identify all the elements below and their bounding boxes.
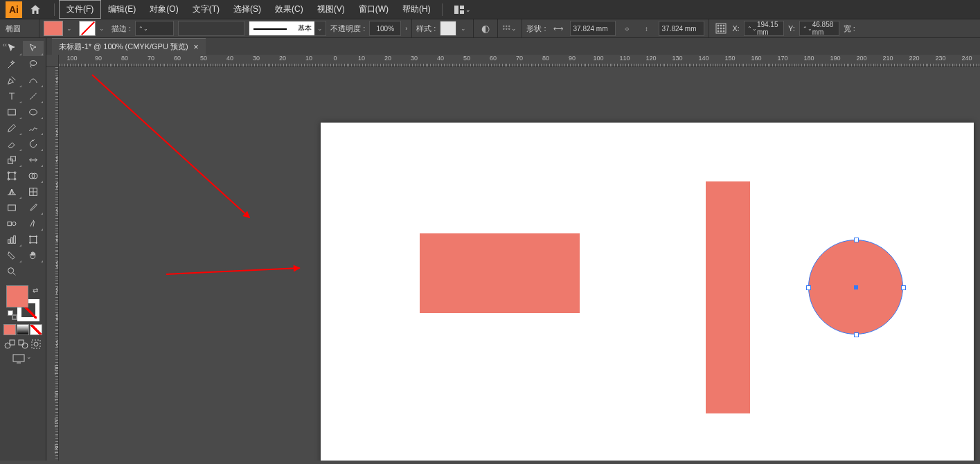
screen-mode-row[interactable]: ⌄	[1, 353, 44, 364]
default-fill-stroke-icon[interactable]	[8, 310, 17, 320]
align-icon[interactable]: ⌄	[502, 21, 517, 36]
curvature-tool[interactable]	[23, 73, 44, 88]
menu-file[interactable]: 文件(F)	[59, 0, 101, 19]
transform-reference-icon[interactable]	[713, 21, 729, 36]
column-graph-tool[interactable]	[1, 232, 22, 247]
selection-center[interactable]	[854, 285, 858, 289]
color-mode-solid[interactable]	[3, 324, 16, 335]
menu-view[interactable]: 视图(V)	[310, 1, 352, 18]
magic-wand-tool[interactable]	[1, 57, 22, 72]
workspace-switcher[interactable]: ⌄	[452, 6, 473, 14]
opacity-label[interactable]: 不透明度 :	[330, 24, 365, 34]
fill-swatch[interactable]	[44, 21, 63, 36]
recolor-icon[interactable]: ◐	[478, 21, 493, 36]
symbol-sprayer-tool[interactable]	[23, 216, 44, 231]
app-logo: Ai	[6, 1, 22, 18]
shape-builder-tool[interactable]	[23, 168, 44, 184]
ellipse-tool[interactable]	[23, 105, 44, 120]
selection-handle[interactable]	[854, 238, 859, 242]
ruler-tick: 70	[506, 55, 533, 67]
svg-point-43	[22, 343, 28, 348]
scale-tool[interactable]	[1, 152, 22, 168]
ruler-origin[interactable]	[46, 55, 59, 67]
color-mode-none[interactable]	[30, 324, 42, 335]
selection-tool[interactable]	[1, 41, 22, 56]
line-tool[interactable]	[23, 89, 44, 104]
menu-edit[interactable]: 编辑(E)	[101, 1, 143, 18]
menu-effect[interactable]: 效果(C)	[268, 1, 310, 18]
ruler-tick: 210	[875, 55, 901, 67]
y-input[interactable]: ⌃⌄46.858 mm	[799, 21, 839, 36]
shaper-tool[interactable]	[23, 121, 44, 136]
pen-tool[interactable]	[1, 73, 22, 88]
rectangle-shape-2[interactable]	[706, 181, 750, 413]
type-tool[interactable]	[1, 89, 22, 104]
x-input[interactable]: ⌃⌄194.15 mm	[744, 21, 784, 36]
stroke-control[interactable]: ⌄	[79, 21, 107, 36]
lasso-tool[interactable]	[23, 57, 44, 72]
paintbrush-tool[interactable]	[1, 121, 22, 136]
blend-tool[interactable]	[1, 216, 22, 231]
shape-label[interactable]: 形状 :	[526, 24, 546, 34]
zoom-tool[interactable]	[1, 264, 22, 279]
ruler-tick: 90	[85, 55, 112, 67]
style-label[interactable]: 样式 :	[416, 24, 436, 34]
rotate-tool[interactable]	[23, 136, 44, 152]
rectangle-tool[interactable]	[1, 105, 22, 120]
active-tool-label: 椭圆	[6, 24, 35, 34]
eyedropper-tool[interactable]	[23, 200, 44, 215]
menu-object[interactable]: 对象(O)	[143, 1, 185, 18]
vertical-ruler[interactable]: 100102030405060708090100110120130	[46, 67, 59, 461]
slice-tool[interactable]	[1, 248, 22, 263]
stroke-swatch[interactable]	[79, 21, 96, 36]
shape-width-input[interactable]: 37.824 mm	[570, 21, 616, 36]
annotation-arrow-1	[91, 74, 249, 217]
menu-type[interactable]: 文字(T)	[186, 1, 226, 18]
svg-point-5	[509, 26, 510, 27]
perspective-grid-tool[interactable]	[1, 184, 22, 199]
menu-help[interactable]: 帮助(H)	[395, 1, 438, 18]
canvas-viewport[interactable]	[59, 67, 980, 461]
svg-rect-24	[8, 172, 15, 179]
menu-select[interactable]: 选择(S)	[226, 1, 268, 18]
opacity-input[interactable]: 100%	[369, 21, 401, 36]
ruler-tick: 10	[46, 120, 59, 146]
hand-tool[interactable]	[23, 248, 44, 263]
shape-height-input[interactable]: 37.824 mm	[659, 21, 704, 36]
stroke-dash-dropdown[interactable]	[178, 21, 244, 36]
stroke-profile-dropdown[interactable]: 基本 ⌄	[249, 21, 326, 36]
width-tool[interactable]	[23, 152, 44, 168]
graphic-style-dropdown[interactable]	[440, 21, 456, 36]
home-icon[interactable]	[28, 2, 43, 17]
color-mode-gradient[interactable]	[17, 324, 29, 335]
fill-box[interactable]	[6, 285, 28, 307]
mesh-tool[interactable]	[23, 184, 44, 199]
draw-behind-icon[interactable]	[17, 338, 29, 350]
draw-normal-icon[interactable]	[3, 338, 16, 350]
ruler-tick: 40	[46, 199, 59, 225]
stroke-label[interactable]: 描边 :	[112, 24, 131, 34]
svg-rect-41	[10, 340, 15, 345]
fill-stroke-swatches[interactable]: ⇄	[6, 285, 39, 321]
ruler-tick: 240	[954, 55, 980, 67]
fill-control[interactable]: ⌄	[44, 21, 75, 36]
swap-fill-stroke-icon[interactable]: ⇄	[33, 287, 38, 294]
stroke-weight-input[interactable]: ⌃⌄	[135, 21, 174, 36]
direct-selection-tool[interactable]	[23, 41, 44, 56]
selection-handle[interactable]	[806, 285, 811, 290]
document-tab[interactable]: 未标题-1* @ 100% (CMYK/GPU 预览) ×	[52, 38, 206, 55]
ruler-tick: 140	[691, 55, 717, 67]
selection-handle[interactable]	[901, 285, 906, 290]
selection-handle[interactable]	[854, 332, 859, 337]
draw-inside-icon[interactable]	[30, 338, 42, 350]
svg-point-8	[509, 28, 510, 30]
menu-window[interactable]: 窗口(W)	[352, 1, 395, 18]
gradient-tool[interactable]	[1, 200, 22, 215]
close-icon[interactable]: ×	[194, 42, 199, 52]
horizontal-ruler[interactable]: 1009080706050403020100102030405060708090…	[59, 55, 980, 67]
eraser-tool[interactable]	[1, 136, 22, 152]
link-wh-icon[interactable]: ⟐	[620, 21, 635, 36]
free-transform-tool[interactable]	[1, 168, 22, 184]
artboard-tool[interactable]	[23, 232, 44, 247]
rectangle-shape-1[interactable]	[420, 233, 580, 313]
